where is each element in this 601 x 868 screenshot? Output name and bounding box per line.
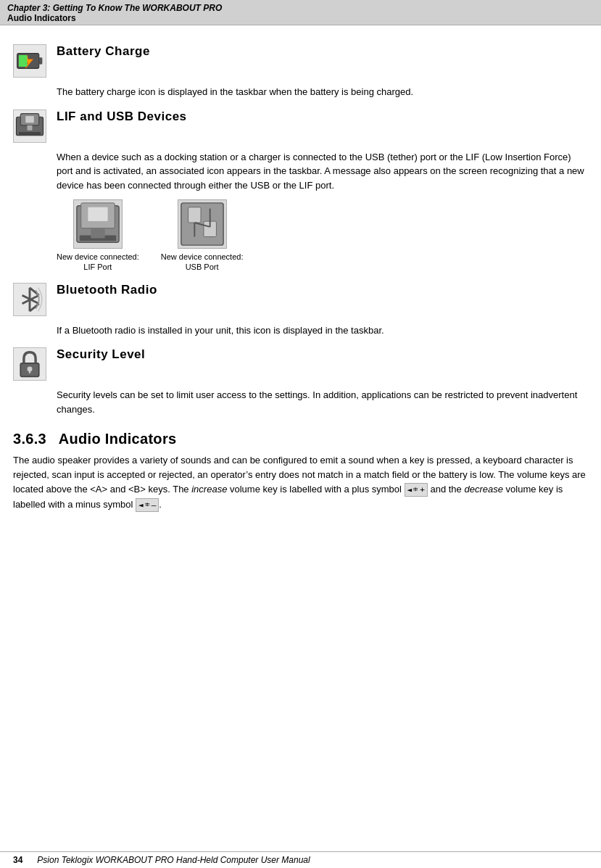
svg-rect-27	[29, 369, 30, 373]
svg-rect-13	[91, 228, 104, 239]
bluetooth-svg	[14, 284, 46, 315]
svg-rect-1	[39, 57, 43, 64]
svg-rect-11	[88, 207, 107, 221]
lif-port-svg	[74, 200, 122, 248]
volume-plus-icon: ◄⧧+	[405, 483, 428, 497]
lif-heading: LIF and USB Devices	[57, 109, 187, 127]
lif-port-image-block: New device connected: LIF Port	[57, 199, 139, 273]
battery-icon	[13, 44, 46, 78]
volume-minus-icon: ◄⧧–	[136, 498, 159, 512]
lif-body: When a device such as a docking station …	[57, 150, 588, 193]
lif-port-caption: New device connected: LIF Port	[57, 252, 139, 273]
usb-port-image	[178, 199, 227, 249]
lif-port-image	[73, 199, 123, 249]
page-footer: 34 Psion Teklogix WORKABOUT PRO Hand-Hel…	[0, 851, 601, 868]
svg-rect-7	[19, 132, 41, 136]
bluetooth-icon	[13, 283, 46, 316]
security-svg	[14, 348, 46, 380]
security-icon	[13, 347, 46, 381]
security-title: Security Level	[57, 347, 145, 362]
security-heading: Security Level	[57, 347, 145, 365]
page-header: Chapter 3: Getting To Know The WORKABOUT…	[0, 0, 601, 25]
lif-title: LIF and USB Devices	[57, 109, 187, 124]
chapter-title: Chapter 3: Getting To Know The WORKABOUT…	[7, 3, 594, 13]
audio-body: The audio speaker provides a variety of …	[13, 453, 588, 512]
increase-word: increase	[191, 484, 227, 495]
section-title: Audio Indicators	[7, 13, 594, 23]
security-body: Security levels can be set to limit user…	[57, 388, 588, 416]
page-number: 34	[13, 855, 22, 865]
lif-icon	[13, 109, 46, 143]
lif-section: LIF and USB Devices	[13, 109, 588, 143]
main-content: Battery Charge The battery charge icon i…	[0, 25, 601, 525]
svg-rect-3	[19, 55, 28, 67]
bluetooth-body: If a Bluetooth radio is installed in you…	[57, 323, 588, 338]
lif-svg	[14, 110, 46, 142]
usb-port-caption: New device connected: USB Port	[161, 252, 244, 273]
battery-svg	[14, 45, 46, 77]
bluetooth-heading: Bluetooth Radio	[57, 283, 157, 300]
footer-text: Psion Teklogix WORKABOUT PRO Hand-Held C…	[37, 855, 310, 865]
battery-section: Battery Charge	[13, 44, 588, 78]
usb-port-svg	[178, 200, 226, 248]
battery-heading: Battery Charge	[57, 44, 150, 62]
device-images-group: New device connected: LIF Port N	[57, 199, 588, 273]
svg-rect-15	[188, 207, 200, 223]
usb-port-image-block: New device connected: USB Port	[161, 199, 244, 273]
bluetooth-title: Bluetooth Radio	[57, 283, 157, 297]
svg-rect-6	[25, 116, 34, 123]
bluetooth-section: Bluetooth Radio	[13, 283, 588, 316]
svg-marker-8	[28, 125, 33, 130]
decrease-word: decrease	[464, 484, 502, 495]
audio-section-title: 3.6.3 Audio Indicators	[13, 431, 588, 447]
battery-title: Battery Charge	[57, 44, 150, 59]
security-section: Security Level	[13, 347, 588, 381]
battery-body: The battery charge icon is displayed in …	[57, 85, 588, 99]
